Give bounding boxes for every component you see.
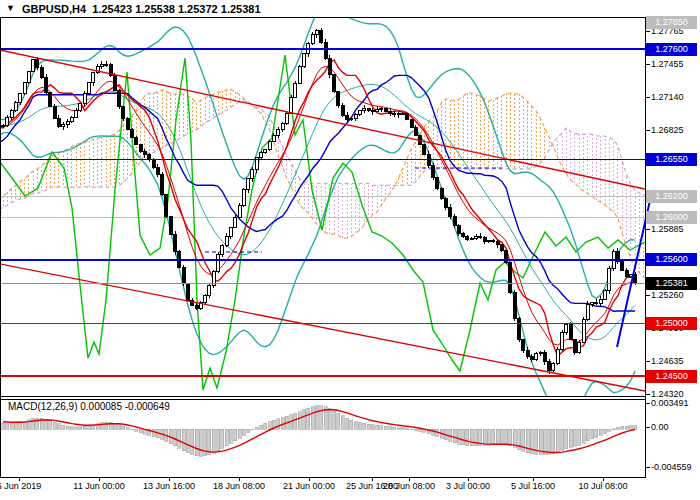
macd-histogram-bar bbox=[453, 429, 456, 443]
candle-body bbox=[397, 114, 400, 115]
candle-body bbox=[604, 290, 607, 299]
candle-body bbox=[470, 238, 473, 239]
macd-histogram-bar bbox=[384, 426, 387, 429]
descending-trendline[interactable] bbox=[0, 50, 645, 189]
candle-body bbox=[10, 110, 13, 117]
candle-body bbox=[143, 151, 146, 154]
macd-histogram-bar bbox=[363, 423, 366, 429]
macd-histogram-bar bbox=[599, 429, 602, 435]
candle-body bbox=[350, 118, 353, 120]
candle-body bbox=[152, 159, 155, 167]
candle-body bbox=[500, 244, 503, 250]
candle-body bbox=[449, 207, 452, 216]
candle-body bbox=[358, 110, 361, 114]
candle-body bbox=[229, 227, 232, 236]
macd-histogram-bar bbox=[526, 429, 529, 453]
candle-body bbox=[487, 241, 490, 242]
candle-body bbox=[608, 268, 611, 290]
macd-histogram-bar bbox=[234, 429, 237, 441]
candle-body bbox=[401, 114, 404, 115]
candle-body bbox=[548, 362, 551, 371]
candle-body bbox=[453, 216, 456, 225]
macd-histogram-bar bbox=[509, 429, 512, 446]
macd-histogram-bar bbox=[264, 423, 267, 429]
candle-body bbox=[242, 189, 245, 206]
candle-body bbox=[294, 84, 297, 97]
macd-histogram-bar bbox=[126, 428, 129, 429]
candle-body bbox=[599, 299, 602, 304]
macd-histogram-bar bbox=[19, 422, 22, 429]
macd-histogram-bar bbox=[397, 428, 400, 429]
macd-histogram-bar bbox=[229, 429, 232, 443]
candle-body bbox=[561, 332, 564, 349]
macd-histogram-bar bbox=[393, 427, 396, 429]
candle-body bbox=[45, 78, 48, 93]
macd-histogram-bar bbox=[303, 410, 306, 429]
candle-body bbox=[320, 30, 323, 42]
macd-histogram-bar bbox=[333, 411, 336, 429]
macd-histogram-bar bbox=[152, 429, 155, 436]
macd-histogram-bar bbox=[595, 429, 598, 437]
macd-histogram-bar bbox=[135, 429, 138, 431]
candle-body bbox=[389, 111, 392, 113]
macd-histogram-bar bbox=[561, 429, 564, 450]
candle-body bbox=[23, 83, 26, 94]
candle-body bbox=[475, 236, 478, 238]
macd-histogram-bar bbox=[182, 429, 185, 451]
macd-histogram-bar bbox=[634, 426, 637, 429]
macd-histogram-bar bbox=[186, 429, 189, 453]
candle-body bbox=[324, 43, 327, 59]
macd-histogram-bar bbox=[552, 429, 555, 454]
macd-histogram-bar bbox=[14, 423, 17, 429]
candle-body bbox=[32, 60, 35, 71]
macd-histogram-bar bbox=[122, 426, 125, 429]
macd-histogram-bar bbox=[315, 406, 318, 429]
macd-histogram-bar bbox=[260, 425, 263, 429]
candle-body bbox=[208, 286, 211, 295]
candle-body bbox=[406, 114, 409, 120]
chart-window: ▼ GBPUSD,H4 1.25423 1.25538 1.25372 1.25… bbox=[0, 0, 700, 500]
candle-body bbox=[156, 167, 159, 174]
candle-body bbox=[621, 262, 624, 270]
macd-histogram-bar bbox=[191, 429, 194, 454]
macd-histogram-bar bbox=[49, 421, 52, 429]
candle-body bbox=[6, 117, 9, 125]
candle-body bbox=[565, 325, 568, 332]
candle-body bbox=[277, 130, 280, 135]
candle-body bbox=[27, 71, 30, 83]
candle-body bbox=[174, 234, 177, 252]
macd-histogram-bar bbox=[608, 429, 611, 431]
macd-histogram-bar bbox=[337, 413, 340, 429]
senkou-span-a-line bbox=[0, 89, 648, 280]
candle-body bbox=[371, 110, 374, 111]
macd-histogram-bar bbox=[83, 426, 86, 429]
candle-body bbox=[341, 105, 344, 115]
macd-histogram-bar bbox=[281, 418, 284, 429]
macd-histogram-bar bbox=[131, 429, 134, 430]
candle-body bbox=[530, 356, 533, 359]
macd-histogram-bar bbox=[432, 429, 435, 435]
candle-body bbox=[578, 343, 581, 353]
candle-body bbox=[148, 154, 151, 159]
candle-body bbox=[440, 189, 443, 199]
candle-body bbox=[113, 76, 116, 91]
macd-histogram-bar bbox=[470, 429, 473, 446]
tenkan-sen-line bbox=[0, 60, 635, 356]
main-chart[interactable] bbox=[0, 0, 700, 500]
candle-body bbox=[251, 169, 254, 178]
candle-body bbox=[496, 242, 499, 245]
candle-body bbox=[161, 174, 164, 195]
macd-histogram-bar bbox=[199, 429, 202, 456]
candle-body bbox=[66, 122, 69, 125]
macd-histogram-bar bbox=[543, 429, 546, 454]
candle-body bbox=[505, 250, 508, 263]
macd-histogram-bar bbox=[414, 429, 417, 430]
macd-histogram-bar bbox=[487, 429, 490, 445]
candle-body bbox=[315, 30, 318, 34]
macd-histogram-bar bbox=[57, 424, 60, 429]
macd-histogram-bar bbox=[139, 429, 142, 433]
candle-body bbox=[586, 304, 589, 319]
macd-histogram-bar bbox=[307, 408, 310, 429]
macd-histogram-bar bbox=[247, 429, 250, 432]
macd-histogram-bar bbox=[573, 429, 576, 446]
